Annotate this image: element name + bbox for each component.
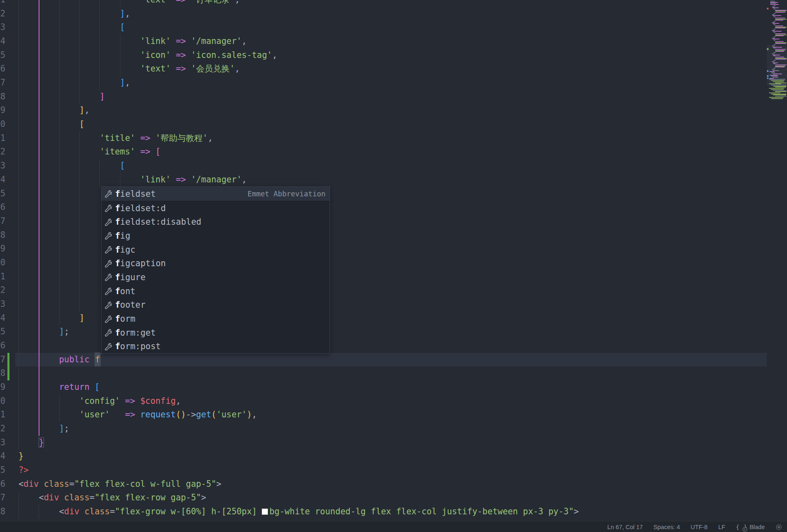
suggestion-item-font[interactable]: font	[102, 284, 330, 298]
minimap-line	[770, 3, 776, 4]
indent-guide	[59, 228, 60, 242]
code-token	[171, 50, 175, 60]
code-token	[18, 78, 120, 88]
suggestion-label: form:get	[115, 328, 156, 338]
eol-status[interactable]: LF	[718, 524, 725, 530]
code-token	[186, 50, 191, 60]
code-line[interactable]: 54 'link' => '/manager',	[0, 173, 767, 187]
code-line[interactable]: 47 ],	[0, 76, 767, 90]
code-token: ,	[208, 133, 212, 143]
code-token	[186, 64, 191, 74]
code-line[interactable]: 68	[0, 366, 767, 380]
code-token: ,	[84, 105, 89, 115]
code-line[interactable]: 67 public f	[0, 353, 767, 367]
minimap-viewport-slider[interactable]	[767, 45, 787, 86]
code-token: )	[247, 410, 252, 419]
minimap-line	[773, 24, 775, 25]
code-line[interactable]: 76<div class="flex flex-col w-full gap-5…	[0, 477, 767, 491]
code-line[interactable]: 49 ],	[0, 104, 767, 117]
suggestion-item-figc[interactable]: figc	[102, 243, 330, 257]
wrench-icon	[104, 343, 112, 350]
language-mode-status[interactable]: { }x Blade	[736, 524, 765, 530]
code-line[interactable]: 50 [	[0, 117, 767, 131]
code-line[interactable]: 48 ]	[0, 90, 767, 104]
suggestion-item-fieldset[interactable]: fieldsetEmmet Abbreviation	[102, 187, 330, 201]
code-line[interactable]: 42 ],	[0, 7, 767, 21]
code-line[interactable]: 52 'items' => [	[0, 145, 767, 159]
indentation-status[interactable]: Spaces: 4	[653, 524, 680, 530]
code-token	[18, 382, 59, 392]
suggestion-item-fieldset-d[interactable]: fieldset:d	[102, 201, 330, 215]
suggestion-item-fig[interactable]: fig	[102, 229, 330, 243]
code-line[interactable]: 45 'icon' => 'icon.sales-tag',	[0, 48, 767, 62]
code-token	[18, 50, 140, 60]
active-indent-guide	[39, 214, 39, 228]
code-line[interactable]: 75?>	[0, 463, 767, 477]
code-line[interactable]: 71 'user' => request()->get('user'),	[0, 408, 767, 422]
code-token	[150, 147, 155, 157]
code-line[interactable]: 78 <div class="flex-grow w-[60%] h-[250p…	[0, 505, 767, 519]
code-token: '会员兑换'	[191, 64, 235, 74]
code-token: ,	[235, 64, 240, 74]
code-line[interactable]: 73 }	[0, 436, 767, 450]
minimap[interactable]	[767, 0, 787, 522]
code-token: [	[120, 22, 125, 32]
indent-guide	[59, 256, 60, 270]
code-line[interactable]: 69 return [	[0, 380, 767, 394]
code-token: ,	[125, 78, 130, 88]
line-number: 54	[0, 173, 6, 187]
wrench-icon	[104, 329, 112, 336]
modified-line-marker	[7, 353, 9, 367]
code-line[interactable]: 74}	[0, 449, 767, 463]
code-line[interactable]: 72 ];	[0, 422, 767, 436]
cursor-position-status[interactable]: Ln 67, Col 17	[607, 524, 643, 530]
code-token: (	[176, 410, 181, 419]
code-line[interactable]: 70 'config' => $config,	[0, 394, 767, 408]
code-token: <	[39, 493, 44, 502]
code-token: }	[39, 438, 44, 447]
code-text: 'title' => '帮助与教程',	[18, 131, 213, 145]
code-text: 'text' => '订单记录',	[18, 0, 240, 7]
language-mode-label: Blade	[750, 524, 765, 530]
code-text: 'icon' => 'icon.sales-tag',	[18, 48, 277, 62]
code-editor[interactable]: 41 'text' => '订单记录',42 ],43 [44 'link' =…	[0, 0, 787, 522]
code-text: ]	[18, 90, 105, 104]
suggestion-item-figcaption[interactable]: figcaption	[102, 256, 330, 270]
wrench-icon	[104, 232, 112, 240]
minimap-line	[773, 32, 775, 33]
code-line[interactable]: 77 <div class="flex flex-row gap-5">	[0, 491, 767, 505]
wrench-icon	[104, 273, 112, 281]
code-line[interactable]: 41 'text' => '订单记录',	[0, 0, 767, 7]
badge-gear-icon[interactable]	[775, 524, 782, 530]
code-token: ;	[64, 424, 69, 433]
code-token: "flex-grow w-[60%] h-[250px]	[115, 507, 262, 516]
suggestion-item-footer[interactable]: footer	[102, 298, 330, 312]
line-number: 73	[0, 436, 6, 450]
code-token: '/manager'	[191, 36, 242, 46]
minimap-line	[772, 38, 775, 39]
code-token	[18, 507, 59, 516]
suggestion-item-form-get[interactable]: form:get	[102, 326, 330, 340]
suggestion-label: fieldset:d	[115, 203, 166, 213]
code-text: ],	[18, 104, 90, 117]
suggestion-item-fieldset-disabled[interactable]: fieldset:disabled	[102, 215, 330, 229]
code-token: ]	[99, 92, 104, 101]
suggestion-item-form-post[interactable]: form:post	[102, 340, 330, 354]
code-line[interactable]: 43 [	[0, 21, 767, 35]
code-line[interactable]: 46 'text' => '会员兑换',	[0, 62, 767, 76]
suggestion-label: font	[115, 286, 135, 296]
line-number: 58	[0, 228, 6, 242]
code-line[interactable]: 51 'title' => '帮助与教程',	[0, 131, 767, 145]
encoding-status[interactable]: UTF-8	[691, 524, 708, 530]
suggestion-item-form[interactable]: form	[102, 312, 330, 326]
suggestion-item-figure[interactable]: figure	[102, 270, 330, 284]
code-line[interactable]: 44 'link' => '/manager',	[0, 35, 767, 48]
code-text: 'items' => [	[18, 145, 161, 159]
minimap-line	[772, 14, 775, 15]
line-number: 59	[0, 242, 6, 256]
code-line[interactable]: 53 [	[0, 159, 767, 173]
code-token	[186, 0, 191, 5]
line-number: 76	[0, 477, 6, 491]
code-token: =	[110, 507, 115, 516]
code-token: ,	[252, 410, 257, 419]
